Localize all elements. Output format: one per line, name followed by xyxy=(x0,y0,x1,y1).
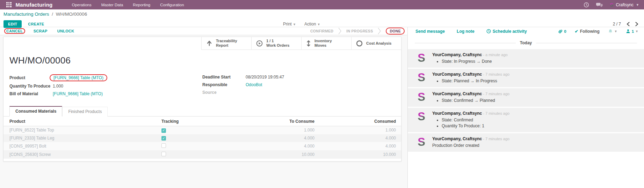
activities-clock-icon[interactable] xyxy=(584,2,589,8)
pager: 2 / 7 xyxy=(613,22,638,27)
table-row[interactable]: [FURN_2333] Table Leg ✓ 4.000 4.000 xyxy=(3,134,401,142)
mo-title: WH/MO/00006 xyxy=(9,55,401,66)
table-row[interactable]: [CONS_25630] Screw 10.000 10.000 xyxy=(3,150,401,159)
pager-value: 2 / 7 xyxy=(613,22,621,27)
attachment-count: 0 xyxy=(564,29,566,33)
field-responsible: Responsible OdooBot xyxy=(202,82,395,88)
bom-link[interactable]: [FURN_9666] Table (MTO) xyxy=(53,91,103,96)
inventory-moves-button[interactable]: InventoryMoves xyxy=(301,37,351,50)
control-panel-buttons: EDIT CREATE Print ▼ Action ▼ 2 / 7 xyxy=(3,19,644,29)
tracking-checkbox[interactable] xyxy=(161,152,166,156)
message-avatar: S xyxy=(415,136,428,149)
messages-icon[interactable] xyxy=(596,2,603,8)
menu-operations[interactable]: Operations xyxy=(72,3,91,7)
followers-button[interactable]: 1 ▼ xyxy=(626,29,638,33)
menu-reporting[interactable]: Reporting xyxy=(133,3,150,7)
user-menu[interactable]: S Craftsync ▼ xyxy=(610,2,639,7)
message: S YourCompany, Craftsync7 minutes ago St… xyxy=(408,108,644,132)
create-button[interactable]: CREATE xyxy=(28,22,44,26)
state-in-progress[interactable]: IN PROGRESS xyxy=(346,29,373,33)
circle-icon xyxy=(356,40,363,47)
menu-master-data[interactable]: Master Data xyxy=(101,3,123,7)
field-bill-of-material: Bill of Material [FURN_9666] Table (MTO) xyxy=(9,91,202,97)
cell-consumed: 4.000 xyxy=(314,142,401,150)
unlock-button[interactable]: UNLOCK xyxy=(57,29,74,33)
field-label: Quantity To Produce xyxy=(9,84,53,89)
message-body: Production Order created xyxy=(432,143,509,148)
log-note-button[interactable]: Log note xyxy=(457,29,475,34)
user-name: Craftsync xyxy=(616,2,634,7)
user-avatar: S xyxy=(610,2,613,7)
message-time: 7 minutes ago xyxy=(482,72,509,76)
action-menu[interactable]: Action ▼ xyxy=(304,22,320,27)
cost-analysis-button[interactable]: Cost Analysis xyxy=(351,37,401,50)
arrow-up-icon xyxy=(206,40,212,46)
message-time: 7 minutes ago xyxy=(482,92,509,96)
table-row[interactable]: [FURN_8522] Table Top ✓ 1.000 1.000 xyxy=(3,126,401,134)
attachment-button[interactable]: 0 xyxy=(558,29,566,34)
main-content: TraceabilityReport 1 / 1Work Orders Inve… xyxy=(0,35,644,188)
column-header-to-consume[interactable]: To Consume xyxy=(245,116,314,126)
breadcrumb-current: WH/MO/00006 xyxy=(56,12,87,17)
print-menu[interactable]: Print ▼ xyxy=(283,22,296,27)
message: S YourCompany, Craftsync7 minutes ago St… xyxy=(408,69,644,87)
send-message-button[interactable]: Send message xyxy=(415,29,445,34)
cell-product: [FURN_8522] Table Top xyxy=(3,126,161,134)
notification-bell-button[interactable]: ▼ xyxy=(608,29,617,34)
scrap-button[interactable]: SCRAP xyxy=(34,29,48,33)
pager-previous-icon[interactable] xyxy=(627,22,630,26)
cell-consumed: 10.000 xyxy=(314,150,401,159)
table-header-row: Product Tracking To Consume Consumed xyxy=(3,116,401,126)
product-link[interactable]: [FURN_9666] Table (MTO) xyxy=(53,75,103,80)
column-header-product[interactable]: Product xyxy=(3,116,161,126)
message-author: YourCompany, Craftsync xyxy=(432,91,482,96)
apps-menu-icon[interactable] xyxy=(6,2,12,7)
following-button[interactable]: ✔ Following xyxy=(575,29,600,34)
traceability-report-button[interactable]: TraceabilityReport xyxy=(201,37,251,50)
person-icon xyxy=(626,29,630,33)
pager-next-icon[interactable] xyxy=(635,22,638,26)
state-confirmed[interactable]: CONFIRMED xyxy=(310,29,333,33)
tracking-checkbox[interactable] xyxy=(161,143,166,148)
top-menu: Operations Master Data Reporting Configu… xyxy=(72,3,184,7)
control-panel: Manufacturing Orders / WH/MO/00006 EDIT … xyxy=(0,9,644,27)
cell-product: [CONS_25630] Screw xyxy=(3,150,161,159)
message-avatar: S xyxy=(415,91,428,104)
field-quantity-to-produce: Quantity To Produce 1.000 xyxy=(9,83,202,89)
column-header-tracking[interactable]: Tracking xyxy=(161,116,245,126)
field-product: Product [FURN_9666] Table (MTO) xyxy=(9,74,202,81)
print-action-menus: Print ▼ Action ▼ xyxy=(283,22,320,27)
cell-consumed: 4.000 xyxy=(314,134,401,142)
chevron-down-icon: ▼ xyxy=(636,3,639,7)
breadcrumb-parent[interactable]: Manufacturing Orders xyxy=(3,12,49,17)
field-column-right: Deadline Start 08/20/2019 19:05:47 Respo… xyxy=(202,74,395,97)
field-source: Source xyxy=(202,90,395,95)
tab-finished-products[interactable]: Finished Products xyxy=(62,107,108,116)
cell-to-consume: 10.000 xyxy=(245,150,314,159)
message-time: 7 minutes ago xyxy=(482,137,509,141)
field-deadline-start: Deadline Start 08/20/2019 19:05:47 xyxy=(202,74,395,80)
message-avatar: S xyxy=(415,72,428,84)
cancel-button[interactable]: CANCEL xyxy=(6,29,23,33)
message-author: YourCompany, Craftsync xyxy=(432,72,482,77)
tracking-checkbox[interactable]: ✓ xyxy=(161,128,166,133)
field-label: Responsible xyxy=(202,82,246,87)
topbar-right: S Craftsync ▼ xyxy=(584,2,639,8)
work-orders-button[interactable]: 1 / 1Work Orders xyxy=(251,37,301,50)
message-author: YourCompany, Craftsync xyxy=(432,136,482,141)
menu-configuration[interactable]: Configuration xyxy=(160,3,184,7)
column-header-consumed[interactable]: Consumed xyxy=(314,116,401,126)
chatter-follow-tools: 0 ✔ Following ▼ 1 ▼ xyxy=(558,29,638,34)
app-brand[interactable]: Manufacturing xyxy=(16,2,53,8)
annotation-product: [FURN_9666] Table (MTO) xyxy=(50,74,107,81)
field-label: Deadline Start xyxy=(202,75,246,80)
chevron-down-icon: ▼ xyxy=(317,23,320,26)
message-avatar: S xyxy=(415,111,428,123)
responsible-link[interactable]: OdooBot xyxy=(246,82,262,87)
table-row[interactable]: [CONS_89957] Bolt 4.000 4.000 xyxy=(3,142,401,150)
schedule-activity-button[interactable]: Schedule activity xyxy=(486,29,527,34)
state-done[interactable]: DONE xyxy=(390,29,401,33)
tab-consumed-materials[interactable]: Consumed Materials xyxy=(9,106,62,116)
tracking-checkbox[interactable]: ✓ xyxy=(161,136,166,141)
edit-button[interactable]: EDIT xyxy=(3,20,22,28)
